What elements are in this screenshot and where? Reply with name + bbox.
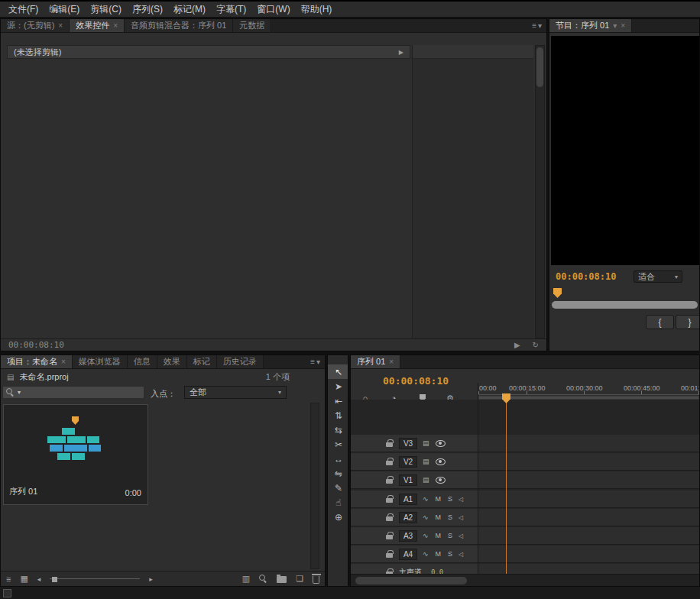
zoom-level-select[interactable]: 适合 ▾ (634, 270, 682, 283)
lock-icon[interactable] (386, 535, 393, 539)
hand-tool[interactable]: ☝ (328, 495, 348, 510)
rolling-edit-tool[interactable]: ⇅ (328, 408, 348, 423)
tab-effect-controls[interactable]: 效果控件 × (70, 19, 125, 32)
track-lane[interactable] (478, 435, 699, 452)
master-level-value[interactable]: 0.0 (431, 568, 443, 574)
track-lane[interactable] (478, 471, 699, 489)
solo-button[interactable]: S (448, 550, 452, 558)
track-name[interactable]: V1 (399, 474, 417, 486)
mute-button[interactable]: M (436, 513, 442, 521)
tab-effects[interactable]: 效果 (157, 355, 187, 368)
tab-metadata[interactable]: 元数据 (233, 19, 271, 32)
playhead-line[interactable] (506, 398, 507, 574)
chevron-down-icon[interactable]: ▾ (613, 21, 617, 30)
scrollbar-thumb[interactable] (536, 47, 543, 87)
menu-marker[interactable]: 标记(M) (168, 2, 211, 18)
tab-source[interactable]: 源：(无剪辑) × (1, 19, 70, 32)
menu-title[interactable]: 字幕(T) (211, 2, 251, 18)
tab-info[interactable]: 信息 (128, 355, 157, 368)
track-lane[interactable] (478, 546, 699, 563)
vertical-scrollbar[interactable] (310, 403, 319, 569)
automate-sequence-icon[interactable]: ▥ (242, 574, 250, 584)
menu-edit[interactable]: 编辑(E) (44, 2, 85, 18)
zoom-in-icon[interactable]: ▸ (149, 575, 153, 583)
close-icon[interactable]: × (113, 21, 118, 30)
track-lane[interactable] (478, 527, 699, 545)
close-icon[interactable]: × (61, 358, 66, 366)
display-style-icon[interactable]: ▤ (423, 439, 429, 447)
vertical-scrollbar[interactable] (535, 45, 545, 338)
tab-markers[interactable]: 标记 (187, 355, 217, 368)
scrollbar-thumb[interactable] (355, 577, 467, 584)
track-lane[interactable] (478, 491, 699, 508)
rate-stretch-tool[interactable]: ⇆ (328, 423, 348, 437)
extract-button[interactable]: } (676, 315, 700, 329)
track-name[interactable]: A2 (399, 512, 417, 523)
program-zoom-scrollbar[interactable] (552, 301, 698, 309)
lift-button[interactable]: { (646, 315, 674, 329)
track-name[interactable]: A3 (399, 530, 417, 542)
timeline-timecode[interactable]: 00:00:08:10 (383, 375, 449, 387)
speaker-icon[interactable]: ◁ (459, 551, 463, 558)
lock-icon[interactable] (386, 498, 393, 503)
speaker-icon[interactable]: ◁ (459, 533, 463, 539)
tab-audio-mixer[interactable]: 音频剪辑混合器：序列 01 (125, 19, 233, 32)
filter-select[interactable]: 全部 ▾ (184, 386, 287, 399)
solo-button[interactable]: S (448, 513, 452, 521)
panel-menu-button[interactable]: ≡ ▾ (306, 355, 325, 368)
speaker-icon[interactable]: ◁ (459, 496, 463, 503)
close-icon[interactable]: × (621, 21, 625, 30)
panel-menu-button[interactable]: ≡ ▾ (527, 19, 546, 32)
source-timecode[interactable]: 00:00:08:10 (8, 340, 64, 350)
track-name[interactable]: A1 (399, 494, 417, 505)
tab-project[interactable]: 项目：未命名 × (1, 355, 73, 368)
lock-icon[interactable] (386, 442, 393, 447)
new-bin-icon[interactable] (277, 576, 287, 583)
search-input[interactable]: ▾ (2, 386, 144, 399)
menu-file[interactable]: 文件(F) (3, 2, 44, 18)
find-icon[interactable] (259, 575, 267, 583)
zoom-slider[interactable] (50, 575, 140, 584)
menu-help[interactable]: 帮助(H) (296, 2, 338, 18)
display-style-icon[interactable]: ∿ (423, 550, 429, 558)
track-output-eye-icon[interactable] (436, 477, 446, 484)
menu-sequence[interactable]: 序列(S) (127, 2, 168, 18)
program-timecode[interactable]: 00:00:08:10 (556, 271, 616, 282)
zoom-slider-thumb[interactable] (52, 577, 57, 582)
display-style-icon[interactable]: ▤ (423, 458, 429, 465)
selection-tool[interactable]: ↖ (328, 364, 348, 379)
mute-button[interactable]: M (436, 495, 442, 503)
tab-sequence-01[interactable]: 序列 01 × (351, 355, 400, 368)
razor-tool[interactable]: ✂ (328, 437, 348, 452)
track-select-tool[interactable]: ➤ (328, 379, 348, 393)
expand-arrow-icon[interactable]: ▶ (399, 49, 403, 56)
tab-program[interactable]: 节目：序列 01 ▾ × (549, 19, 632, 32)
tab-media-browser[interactable]: 媒体浏览器 (73, 355, 128, 368)
speaker-icon[interactable]: ◁ (459, 514, 463, 521)
track-name[interactable]: V2 (399, 456, 417, 468)
lock-icon[interactable] (386, 479, 393, 484)
slide-tool[interactable]: ⇋ (328, 466, 348, 481)
solo-button[interactable]: S (448, 532, 452, 539)
lock-icon[interactable] (386, 516, 393, 521)
horizontal-scrollbar[interactable] (351, 574, 699, 586)
zoom-tool[interactable]: ⊕ (328, 510, 348, 524)
track-output-eye-icon[interactable] (436, 458, 446, 465)
timeline-ruler[interactable]: 00:00 00:00:15:00 00:00:30:00 00:00:45:0… (478, 383, 699, 395)
new-item-icon[interactable]: ❏ (296, 574, 303, 584)
track-lane[interactable] (478, 509, 699, 526)
slip-tool[interactable]: ↔ (328, 452, 348, 466)
track-output-eye-icon[interactable] (436, 440, 446, 447)
mute-button[interactable]: M (436, 550, 442, 558)
lock-icon[interactable] (386, 461, 393, 465)
sequence-item-tile[interactable]: 序列 01 0:00 (3, 404, 148, 505)
mute-button[interactable]: M (436, 532, 442, 539)
track-name[interactable]: V3 (399, 438, 417, 449)
ripple-edit-tool[interactable]: ⇤ (328, 393, 348, 408)
track-lane[interactable] (478, 453, 699, 471)
display-style-icon[interactable]: ▤ (423, 476, 429, 484)
close-icon[interactable]: × (389, 358, 394, 366)
track-lane[interactable] (478, 564, 699, 574)
solo-button[interactable]: S (448, 495, 452, 503)
zoom-out-icon[interactable]: ◂ (37, 575, 41, 583)
